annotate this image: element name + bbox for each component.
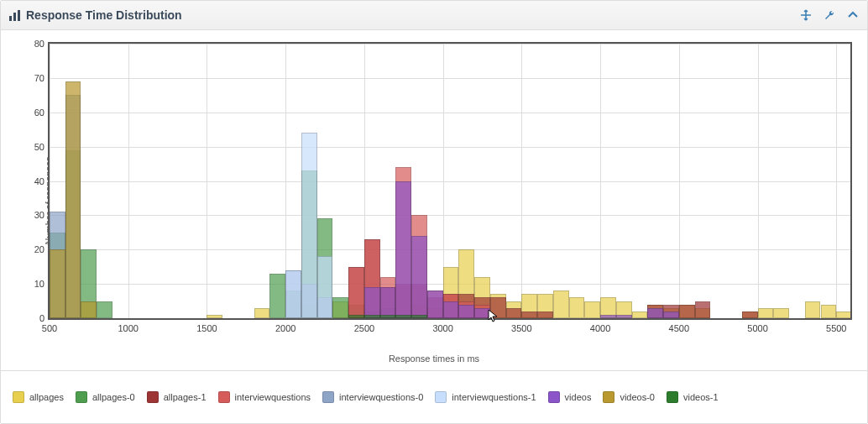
bar[interactable]: [364, 287, 380, 318]
legend-label: videos: [565, 392, 592, 402]
legend-label: allpages: [29, 392, 64, 402]
y-tick: 20: [24, 244, 44, 254]
bar[interactable]: [521, 311, 537, 318]
bar[interactable]: [506, 308, 522, 318]
wrench-icon[interactable]: [824, 9, 835, 21]
bar[interactable]: [395, 181, 411, 319]
x-tick: 2000: [275, 323, 295, 333]
bar[interactable]: [269, 274, 285, 318]
legend-item[interactable]: allpages: [13, 391, 64, 403]
bar[interactable]: [474, 308, 490, 318]
legend: allpagesallpages-0allpages-1interviewque…: [1, 370, 867, 422]
legend-swatch: [218, 391, 230, 403]
y-tick: 70: [24, 73, 44, 83]
legend-label: interviewquestions-1: [452, 392, 536, 402]
legend-item[interactable]: videos-0: [603, 391, 655, 403]
bar[interactable]: [427, 291, 443, 318]
panel-title: Response Time Distribution: [26, 8, 800, 22]
bar[interactable]: [647, 308, 663, 318]
legend-item[interactable]: allpages-0: [76, 391, 135, 403]
legend-label: allpages-0: [92, 392, 135, 402]
bar[interactable]: [301, 133, 317, 318]
bar[interactable]: [81, 301, 97, 318]
x-tick: 4000: [590, 323, 610, 333]
x-tick: 1000: [118, 323, 138, 333]
bar-chart-icon: [9, 9, 21, 21]
plot-area[interactable]: 0102030405060708050010001500200025003000…: [48, 42, 852, 320]
x-tick: 1500: [196, 323, 217, 333]
legend-swatch: [147, 391, 159, 403]
bar[interactable]: [537, 311, 553, 318]
x-tick: 4500: [669, 323, 689, 333]
panel-header: Response Time Distribution: [1, 1, 867, 30]
x-tick: 3500: [511, 323, 531, 333]
bar[interactable]: [742, 311, 758, 318]
bar[interactable]: [348, 315, 364, 318]
bar[interactable]: [395, 315, 411, 318]
bar[interactable]: [632, 311, 648, 318]
legend-item[interactable]: allpages-1: [147, 391, 207, 403]
plot-inner: [50, 44, 850, 318]
x-tick: 2500: [354, 323, 374, 333]
bar[interactable]: [679, 305, 695, 318]
legend-item[interactable]: interviewquestions: [218, 391, 311, 403]
legend-swatch: [76, 391, 87, 403]
bar[interactable]: [616, 315, 632, 318]
bar[interactable]: [600, 315, 616, 318]
bar[interactable]: [65, 81, 81, 318]
svg-rect-2: [18, 10, 20, 21]
bar[interactable]: [805, 301, 821, 318]
bar[interactable]: [836, 311, 850, 318]
legend-label: interviewquestions: [235, 392, 311, 402]
bar[interactable]: [380, 315, 396, 318]
bar[interactable]: [411, 236, 427, 318]
bar[interactable]: [584, 301, 600, 318]
legend-item[interactable]: interviewquestions-0: [322, 391, 423, 403]
bar[interactable]: [364, 315, 380, 318]
bar[interactable]: [348, 267, 364, 318]
bar[interactable]: [285, 270, 301, 318]
legend-item[interactable]: videos-1: [667, 391, 719, 403]
bar[interactable]: [821, 305, 837, 318]
bar[interactable]: [332, 297, 348, 318]
legend-swatch: [603, 391, 614, 403]
bar[interactable]: [97, 301, 112, 318]
legend-label: interviewquestions-0: [339, 392, 423, 402]
bar[interactable]: [569, 297, 585, 318]
collapse-icon[interactable]: [847, 9, 859, 21]
svg-rect-1: [13, 13, 16, 21]
bar[interactable]: [553, 291, 569, 318]
bar[interactable]: [490, 297, 506, 318]
legend-label: allpages-1: [164, 392, 207, 402]
x-tick: 3000: [432, 323, 452, 333]
bar[interactable]: [773, 308, 789, 318]
bar[interactable]: [380, 287, 396, 318]
svg-rect-0: [9, 16, 12, 21]
legend-item[interactable]: interviewquestions-1: [435, 391, 536, 403]
y-tick: 30: [24, 210, 44, 220]
chart-area: Number of responses 01020304050607080500…: [1, 30, 867, 370]
bar[interactable]: [443, 301, 459, 318]
y-tick: 60: [24, 107, 44, 118]
legend-label: videos-1: [683, 392, 719, 402]
legend-item[interactable]: videos: [548, 391, 592, 403]
bar[interactable]: [317, 256, 333, 318]
bar[interactable]: [663, 311, 679, 318]
bar[interactable]: [254, 308, 270, 318]
y-tick: 40: [24, 176, 44, 186]
move-icon[interactable]: [800, 9, 812, 21]
legend-swatch: [548, 391, 560, 403]
legend-swatch: [435, 391, 447, 403]
legend-swatch: [13, 391, 24, 403]
y-tick: 10: [24, 279, 44, 289]
x-tick: 5500: [826, 323, 846, 333]
bar[interactable]: [207, 315, 222, 318]
bar[interactable]: [50, 249, 65, 318]
bar[interactable]: [695, 301, 711, 318]
bar[interactable]: [411, 315, 427, 318]
bar[interactable]: [458, 305, 474, 318]
panel: Response Time Distribution Number of res…: [0, 0, 868, 424]
header-actions: [800, 9, 859, 21]
y-tick: 50: [24, 142, 44, 152]
bar[interactable]: [758, 308, 774, 318]
